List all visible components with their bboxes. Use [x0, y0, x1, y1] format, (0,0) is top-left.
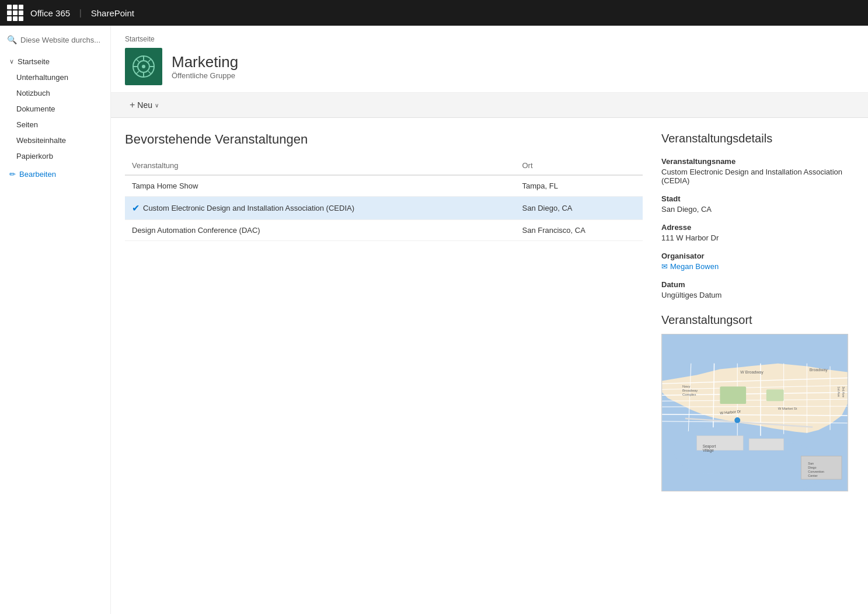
sidebar-item-label: Websiteinhalte — [16, 136, 66, 145]
svg-text:Broadway: Broadway — [682, 389, 698, 392]
detail-label-stadt: Stadt — [661, 194, 854, 203]
event-ort: San Francisco, CA — [515, 220, 643, 241]
detail-label-veranstaltungsname: Veranstaltungsname — [661, 157, 854, 166]
detail-value-datum: Ungültiges Datum — [661, 291, 854, 299]
waffle-dot — [19, 16, 23, 21]
sidebar-nav: ∨ Startseite Unterhaltungen Notizbuch Do… — [0, 54, 110, 164]
chevron-down-icon: ∨ — [155, 102, 159, 109]
waffle-dot — [7, 11, 12, 15]
waffle-dot — [13, 11, 18, 15]
event-name: Design Automation Conference (DAC) — [125, 220, 515, 241]
sidebar-item-label: Notizbuch — [16, 89, 50, 97]
detail-label-adresse: Adresse — [661, 223, 854, 232]
events-table: Veranstaltung Ort Tampa Home Show Tampa,… — [125, 156, 643, 241]
svg-text:Complex: Complex — [682, 393, 696, 396]
sidebar-item-startseite[interactable]: ∨ Startseite — [0, 54, 110, 69]
new-label: Neu — [137, 100, 152, 110]
sidebar-item-label: Papierkorb — [16, 152, 53, 161]
sidebar-item-label: Unterhaltungen — [16, 73, 68, 82]
svg-point-50 — [734, 417, 740, 423]
details-panel: Veranstaltungsdetails Veranstaltungsname… — [661, 132, 854, 600]
sidebar-item-websiteinhalte[interactable]: Websiteinhalte — [0, 132, 110, 148]
sidebar-item-papierkorb[interactable]: Papierkorb — [0, 148, 110, 164]
detail-value-adresse: 111 W Harbor Dr — [661, 233, 854, 242]
site-logo-icon — [131, 54, 156, 79]
detail-adresse: Adresse 111 W Harbor Dr — [661, 223, 854, 242]
svg-line-10 — [136, 71, 139, 74]
sidebar-item-seiten[interactable]: Seiten — [0, 117, 110, 132]
events-table-header: Veranstaltung Ort — [125, 156, 643, 175]
detail-veranstaltungsname: Veranstaltungsname Custom Electronic Des… — [661, 157, 854, 185]
map-container[interactable]: W Broadway Broadway Navy Broadway Comple… — [661, 334, 848, 491]
detail-value-veranstaltungsname: Custom Electronic Design and Installatio… — [661, 168, 854, 185]
pencil-icon: ✏ — [9, 170, 16, 179]
sidebar-item-notizbuch[interactable]: Notizbuch — [0, 85, 110, 101]
checkmark-icon: ✔ — [132, 203, 140, 214]
breadcrumb: Startseite — [125, 35, 854, 43]
svg-text:Seaport: Seaport — [703, 444, 716, 449]
sidebar-item-label: Dokumente — [16, 104, 55, 113]
app-launcher-button[interactable] — [7, 5, 23, 21]
svg-point-2 — [142, 65, 145, 68]
top-bar: Office 365 | SharePoint — [0, 0, 868, 26]
svg-text:W Market St: W Market St — [778, 407, 797, 410]
col-header-veranstaltung: Veranstaltung — [125, 156, 515, 175]
detail-label-datum: Datum — [661, 280, 854, 289]
edit-button[interactable]: ✏ Bearbeiten — [0, 166, 110, 182]
waffle-dot — [13, 16, 18, 21]
table-row[interactable]: Tampa Home Show Tampa, FL — [125, 175, 643, 197]
site-type: Öffentliche Gruppe — [172, 71, 238, 80]
svg-text:Village: Village — [703, 448, 714, 453]
main-content: Startseite — [111, 26, 868, 614]
svg-text:1st Ave: 1st Ave — [837, 386, 841, 397]
svg-text:Center: Center — [808, 474, 818, 477]
detail-stadt: Stadt San Diego, CA — [661, 194, 854, 214]
event-ort: Tampa, FL — [515, 175, 643, 197]
detail-value-organisator: ✉ Megan Bowen — [661, 262, 854, 271]
waffle-dot — [7, 5, 12, 9]
events-table-body: Tampa Home Show Tampa, FL ✔ Custom Elect… — [125, 175, 643, 241]
sidebar: 🔍 Diese Website durchs... ∨ Startseite U… — [0, 26, 111, 614]
sidebar-item-label: Startseite — [18, 57, 50, 66]
sidebar-item-dokumente[interactable]: Dokumente — [0, 101, 110, 117]
mail-icon: ✉ — [661, 262, 668, 271]
event-ort: San Diego, CA — [515, 197, 643, 220]
sidebar-item-unterhaltungen[interactable]: Unterhaltungen — [0, 69, 110, 85]
svg-rect-34 — [749, 439, 784, 451]
svg-text:Convention: Convention — [808, 470, 824, 473]
new-button[interactable]: + Neu ∨ — [125, 97, 163, 113]
event-name: Tampa Home Show — [125, 175, 515, 197]
svg-text:Diego: Diego — [808, 466, 816, 469]
office365-label[interactable]: Office 365 — [30, 8, 70, 18]
detail-organisator: Organisator ✉ Megan Bowen — [661, 252, 854, 271]
svg-rect-29 — [766, 389, 784, 401]
organisator-link[interactable]: ✉ Megan Bowen — [661, 262, 854, 271]
plus-icon: + — [130, 100, 135, 110]
page-toolbar: + Neu ∨ — [111, 93, 868, 118]
svg-rect-28 — [720, 386, 746, 404]
sidebar-search[interactable]: 🔍 Diese Website durchs... — [0, 30, 110, 49]
search-icon: 🔍 — [7, 35, 17, 44]
details-panel-title: Veranstaltungsdetails — [661, 132, 854, 145]
svg-text:San: San — [808, 462, 814, 465]
waffle-dot — [19, 5, 23, 9]
detail-value-stadt: San Diego, CA — [661, 205, 854, 214]
table-row[interactable]: ✔ Custom Electronic Design and Installat… — [125, 197, 643, 220]
events-section: Bevorstehende Veranstaltungen Veranstalt… — [125, 132, 643, 600]
sidebar-item-label: Seiten — [16, 120, 38, 129]
waffle-dot — [19, 11, 23, 15]
table-row[interactable]: Design Automation Conference (DAC) San F… — [125, 220, 643, 241]
page-body: Bevorstehende Veranstaltungen Veranstalt… — [111, 118, 868, 614]
svg-line-7 — [136, 59, 139, 62]
detail-datum: Datum Ungültiges Datum — [661, 280, 854, 299]
chevron-down-icon: ∨ — [9, 58, 14, 65]
svg-line-9 — [148, 59, 151, 62]
svg-text:Navy: Navy — [682, 385, 691, 388]
svg-line-8 — [148, 71, 151, 74]
site-name: Marketing — [172, 53, 238, 71]
svg-text:Broadway: Broadway — [810, 368, 828, 372]
organisator-name: Megan Bowen — [670, 262, 719, 271]
svg-text:3rd Ave: 3rd Ave — [842, 386, 845, 397]
sharepoint-label[interactable]: SharePoint — [91, 8, 134, 18]
site-header: Startseite — [111, 26, 868, 93]
